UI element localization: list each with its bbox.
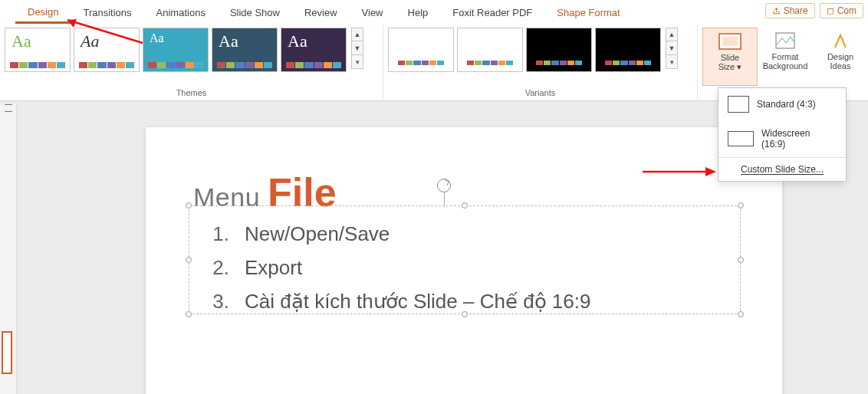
themes-group-label: Themes — [5, 87, 378, 99]
variant-thumb[interactable] — [388, 28, 454, 72]
list-item: 1.New/Open/Save — [211, 217, 725, 251]
rotate-icon — [437, 179, 451, 192]
slide-size-line1: Slide — [721, 53, 739, 62]
widescreen-label: Widescreen (16:9) — [761, 128, 837, 149]
theme-aa: Aa — [219, 31, 238, 51]
tab-help[interactable]: Help — [396, 2, 441, 22]
theme-thumb[interactable]: Aa — [281, 28, 347, 72]
slide-size-icon — [718, 33, 741, 50]
ruler-marker — [5, 104, 12, 112]
custom-size-label: Custom Slide Size... — [741, 164, 824, 175]
theme-aa: Aa — [150, 31, 164, 45]
slide-canvas[interactable]: Menu File 1.New/Open/Save 2.Export 3.Cài… — [146, 127, 782, 394]
variants-gallery: ▲ ▼ ▾ — [388, 28, 692, 72]
share-button[interactable]: Share — [765, 3, 815, 18]
tab-view[interactable]: View — [350, 2, 396, 22]
variants-gallery-controls: ▲ ▼ ▾ — [666, 28, 678, 69]
ratio-4-3-icon — [728, 96, 749, 113]
chevron-down-icon: ▾ — [737, 62, 741, 71]
theme-aa: Aa — [12, 31, 31, 51]
design-ideas-icon — [829, 32, 852, 49]
svg-rect-2 — [776, 33, 794, 48]
tab-design[interactable]: Design — [15, 2, 71, 24]
gallery-up-button[interactable]: ▲ — [666, 28, 678, 41]
format-background-icon — [774, 32, 797, 49]
theme-thumb[interactable]: Aa — [212, 28, 278, 72]
ratio-16-9-icon — [728, 131, 754, 146]
share-label: Share — [784, 5, 808, 16]
format-background-button[interactable]: Format Background — [758, 28, 813, 86]
tab-review[interactable]: Review — [292, 2, 350, 22]
slide-size-widescreen[interactable]: Widescreen (16:9) — [718, 120, 846, 157]
themes-gallery: Aa Aa Aa Aa Aa ▲ ▼ ▾ — [5, 28, 378, 72]
variants-group-label: Variants — [388, 87, 692, 99]
theme-aa: Aa — [81, 31, 99, 51]
comments-button[interactable]: ◻ Com — [820, 3, 863, 18]
gallery-more-button[interactable]: ▾ — [351, 55, 363, 69]
gallery-up-button[interactable]: ▲ — [351, 28, 363, 41]
rotate-handle[interactable] — [437, 179, 451, 206]
resize-handle[interactable] — [738, 257, 744, 263]
tab-animations[interactable]: Animations — [144, 2, 218, 22]
theme-thumb[interactable]: Aa — [74, 28, 140, 72]
tab-slide-show[interactable]: Slide Show — [218, 2, 292, 22]
resize-handle[interactable] — [462, 202, 468, 208]
top-actions: Share ◻ Com — [765, 3, 863, 18]
comment-left-icon: ◻ — [827, 5, 834, 16]
list-item: 3.Cài đặt kích thước Slide – Chế độ 16:9 — [211, 284, 725, 318]
ribbon-tabs: Design Transitions Animations Slide Show… — [0, 0, 868, 25]
resize-handle[interactable] — [186, 257, 192, 263]
variant-thumb[interactable] — [526, 28, 592, 72]
format-bg-line1: Format — [772, 52, 799, 61]
resize-handle[interactable] — [738, 311, 744, 317]
themes-gallery-controls: ▲ ▼ ▾ — [351, 28, 363, 69]
design-ideas-line1: Design — [827, 52, 853, 61]
content-textbox[interactable]: 1.New/Open/Save 2.Export 3.Cài đặt kích … — [189, 205, 741, 314]
slide-size-dropdown: Standard (4:3) Widescreen (16:9) Custom … — [718, 87, 847, 182]
variant-thumb[interactable] — [457, 28, 523, 72]
gallery-down-button[interactable]: ▼ — [666, 41, 678, 55]
slide-size-standard[interactable]: Standard (4:3) — [718, 88, 846, 120]
theme-thumb[interactable]: Aa — [143, 28, 209, 72]
resize-handle[interactable] — [462, 311, 468, 317]
share-icon — [772, 7, 781, 15]
resize-handle[interactable] — [738, 202, 744, 208]
list-item: 2.Export — [211, 251, 725, 284]
theme-thumb[interactable]: Aa — [5, 28, 71, 72]
slide-size-line2: Size — [718, 62, 735, 71]
bullet-list: 1.New/Open/Save 2.Export 3.Cài đặt kích … — [189, 206, 740, 319]
resize-handle[interactable] — [186, 202, 192, 208]
format-bg-line2: Background — [763, 61, 808, 71]
variant-thumb[interactable] — [595, 28, 661, 72]
tab-shape-format[interactable]: Shape Format — [544, 2, 632, 22]
theme-aa: Aa — [288, 31, 307, 51]
design-ideas-line2: Ideas — [830, 61, 851, 71]
design-ideas-button[interactable]: Design Ideas — [813, 28, 868, 86]
tab-transitions[interactable]: Transitions — [71, 2, 143, 22]
slide-thumbnail[interactable] — [2, 331, 12, 374]
tab-foxit-reader-pdf[interactable]: Foxit Reader PDF — [440, 2, 544, 22]
svg-rect-1 — [722, 37, 738, 46]
comments-label: Com — [837, 5, 856, 16]
slide-size-custom[interactable]: Custom Slide Size... — [718, 158, 846, 181]
gallery-more-button[interactable]: ▾ — [666, 55, 678, 69]
slide-size-button[interactable]: Slide Size ▾ — [702, 28, 758, 86]
gallery-down-button[interactable]: ▼ — [351, 41, 363, 55]
resize-handle[interactable] — [186, 311, 192, 317]
standard-label: Standard (4:3) — [757, 99, 816, 110]
